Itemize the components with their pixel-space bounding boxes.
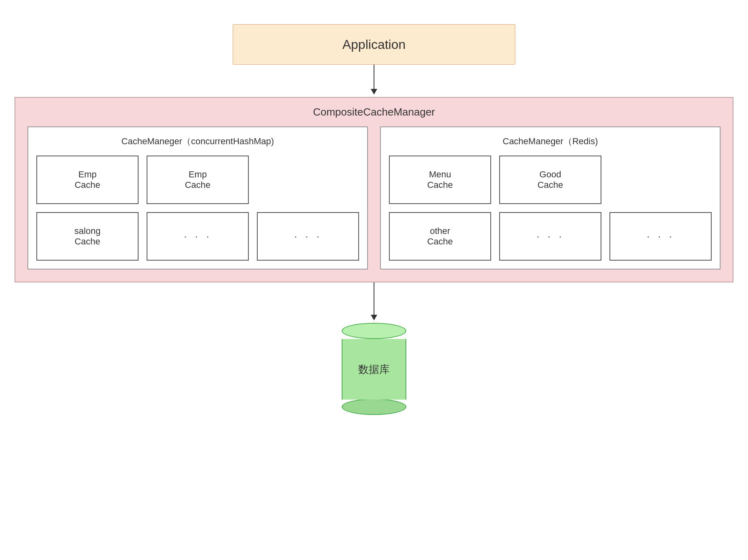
arrow-app-to-composite — [371, 65, 377, 97]
dots-cell-4: · · · — [609, 212, 712, 261]
cylinder-top-ellipse — [342, 323, 406, 339]
database-label: 数据库 — [358, 362, 390, 377]
dots-cell-2: · · · — [257, 212, 359, 261]
composite-cache-manager-box: CompositeCacheManager CacheManeger（concu… — [15, 97, 733, 282]
cylinder-bottom-ellipse — [342, 399, 406, 415]
good-cache: GoodCache — [499, 156, 601, 204]
dots-cell-3: · · · — [499, 212, 601, 261]
emp-cache-1: EmpCache — [36, 156, 139, 204]
empty-cell-2 — [609, 156, 712, 204]
manager-redis-box: CacheManeger（Redis) MenuCache GoodCache … — [380, 126, 721, 269]
manager-redis-label: CacheManeger（Redis) — [389, 135, 712, 147]
managers-row: CacheManeger（concurrentHashMap) EmpCache… — [27, 126, 721, 269]
arrow-line-2 — [374, 282, 374, 315]
arrow-head-2 — [371, 315, 377, 320]
salong-cache: salongCache — [36, 212, 139, 261]
composite-label: CompositeCacheManager — [27, 106, 721, 118]
manager2-cache-grid: MenuCache GoodCache otherCache · · · · ·… — [389, 156, 712, 261]
application-box: Application — [233, 24, 515, 65]
menu-cache: MenuCache — [389, 156, 491, 204]
manager-concurrent-hashmap-box: CacheManeger（concurrentHashMap) EmpCache… — [27, 126, 368, 269]
empty-cell-1 — [257, 156, 359, 204]
diagram-container: Application CompositeCacheManager CacheM… — [0, 0, 748, 560]
arrow-head-1 — [371, 89, 377, 95]
other-cache: otherCache — [389, 212, 491, 261]
application-label: Application — [342, 37, 406, 52]
arrow-composite-to-db — [371, 282, 377, 323]
cylinder-body: 数据库 — [342, 339, 406, 400]
emp-cache-2: EmpCache — [147, 156, 249, 204]
arrow-line-1 — [374, 65, 374, 89]
database-cylinder: 数据库 — [342, 323, 406, 415]
dots-cell-1: · · · — [147, 212, 249, 261]
manager1-cache-grid: EmpCache EmpCache salongCache · · · · · … — [36, 156, 359, 261]
manager-concurrent-hashmap-label: CacheManeger（concurrentHashMap) — [36, 135, 359, 147]
